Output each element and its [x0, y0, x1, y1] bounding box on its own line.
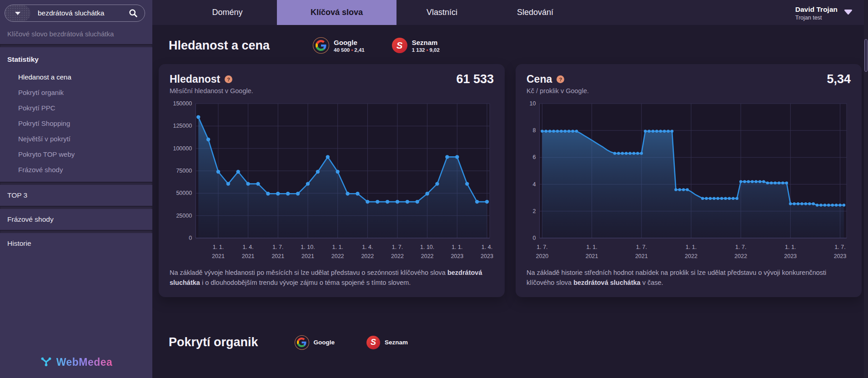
- sidebar-item-top-3[interactable]: TOP 3: [0, 185, 152, 206]
- nav-section-statistiky: Statistiky Hledanost a cena Pokrytí orga…: [0, 47, 152, 182]
- card-footer: Na základě vývoje hledanosti po měsících…: [170, 268, 494, 288]
- svg-text:2023: 2023: [481, 253, 493, 259]
- engine-name-google: Google: [334, 39, 365, 46]
- engine-badge-seznam-small[interactable]: S Seznam: [366, 336, 408, 349]
- svg-text:1. 1.: 1. 1.: [452, 244, 462, 250]
- engine-name-seznam: Seznam: [385, 339, 408, 346]
- page-scrollbar[interactable]: [864, 0, 868, 378]
- sidebar-item-nejvetsi-v-pokryti[interactable]: Největší v pokrytí: [0, 131, 152, 146]
- svg-text:2023: 2023: [784, 253, 797, 259]
- page-head: Hledanost a cena Google 40 500•2,41 S Se…: [169, 35, 862, 56]
- tab-sledovani[interactable]: Sledování: [487, 0, 583, 25]
- svg-text:100000: 100000: [173, 145, 192, 152]
- cena-chart: 02468101. 7.20201. 1.20211. 7.20211. 1.2…: [527, 99, 850, 263]
- sidebar-item-pokryti-ppc[interactable]: Pokrytí PPC: [0, 100, 152, 115]
- engine-stats-seznam: 1 132•9,02: [412, 47, 440, 53]
- svg-text:10: 10: [529, 100, 536, 107]
- sidebar-item-pokryti-organik[interactable]: Pokrytí organik: [0, 85, 152, 100]
- card-value: 5,34: [827, 72, 851, 86]
- card-subtitle: Kč / proklik v Google.: [527, 87, 851, 94]
- svg-text:2022: 2022: [361, 253, 374, 259]
- engine-badge-seznam[interactable]: S Seznam 1 132•9,02: [392, 38, 440, 53]
- svg-text:1. 7.: 1. 7.: [537, 244, 547, 250]
- user-menu[interactable]: David Trojan Trojan test: [795, 0, 853, 25]
- svg-text:2021: 2021: [242, 253, 255, 259]
- sidebar-item-hledanost-a-cena[interactable]: Hledanost a cena: [0, 69, 152, 85]
- sidebar-item-historie[interactable]: Historie: [0, 233, 152, 254]
- nav-header-statistiky: Statistiky: [0, 50, 152, 69]
- svg-text:1. 7.: 1. 7.: [636, 244, 647, 250]
- sidebar-divider: [0, 206, 152, 209]
- svg-text:1. 7.: 1. 7.: [735, 244, 746, 250]
- user-name: David Trojan: [795, 5, 838, 14]
- engine-meta: Google 40 500•2,41: [334, 39, 365, 53]
- sidebar-bottom: Historie WebMedea: [0, 233, 152, 378]
- svg-text:75000: 75000: [176, 168, 192, 174]
- user-workspace: Trojan test: [795, 15, 838, 21]
- keyword-search[interactable]: [5, 5, 145, 22]
- svg-text:4: 4: [532, 181, 536, 188]
- svg-text:2022: 2022: [331, 253, 344, 259]
- svg-text:2022: 2022: [685, 253, 697, 259]
- svg-text:1. 4.: 1. 4.: [242, 244, 253, 250]
- svg-text:1. 1.: 1. 1.: [686, 244, 697, 250]
- scrollbar-thumb[interactable]: [864, 39, 868, 72]
- svg-text:0: 0: [532, 235, 536, 241]
- svg-text:2021: 2021: [271, 253, 284, 259]
- svg-text:2: 2: [532, 208, 536, 214]
- webmedea-logo-icon: [40, 355, 52, 369]
- keyword-context-label: Klíčové slovo bezdrátová sluchátka: [0, 25, 152, 43]
- svg-text:125000: 125000: [173, 123, 192, 129]
- svg-text:1. 1.: 1. 1.: [586, 244, 597, 250]
- svg-text:1. 1.: 1. 1.: [785, 244, 796, 250]
- engine-badge-google[interactable]: Google 40 500•2,41: [313, 37, 365, 54]
- svg-text:1. 1.: 1. 1.: [332, 244, 343, 250]
- svg-text:1. 7.: 1. 7.: [834, 244, 845, 250]
- sidebar-divider: [0, 44, 152, 47]
- engine-stats-google: 40 500•2,41: [334, 47, 365, 53]
- card-head: Cena ? 5,34: [527, 72, 851, 86]
- engine-badge-google-small[interactable]: Google: [295, 335, 335, 350]
- search-icon[interactable]: [129, 9, 138, 18]
- seznam-logo-icon: S: [366, 336, 380, 349]
- search-input[interactable]: [30, 9, 129, 17]
- sidebar-item-frazove-shody[interactable]: Frázové shody: [0, 162, 152, 177]
- svg-text:1. 7.: 1. 7.: [272, 244, 283, 250]
- search-type-dropdown[interactable]: [5, 5, 30, 21]
- card-value: 61 533: [456, 72, 494, 86]
- tab-klicova-slova[interactable]: Klíčová slova: [277, 0, 396, 25]
- svg-text:1. 7.: 1. 7.: [392, 244, 403, 250]
- help-icon[interactable]: ?: [557, 75, 564, 83]
- sidebar-item-pokryti-shopping[interactable]: Pokrytí Shopping: [0, 115, 152, 131]
- stat-cards: Hledanost ? 61 533 Měsíční hledanost v G…: [159, 64, 862, 297]
- engine-meta: Seznam 1 132•9,02: [412, 39, 440, 53]
- svg-text:50000: 50000: [176, 190, 192, 196]
- tab-domeny[interactable]: Domény: [178, 0, 277, 25]
- card-cena: Cena ? 5,34 Kč / proklik v Google. 02468…: [516, 64, 862, 297]
- svg-text:2022: 2022: [391, 253, 404, 259]
- engine-name-google: Google: [314, 339, 335, 346]
- svg-text:2021: 2021: [635, 253, 648, 259]
- sidebar-item-pokryto-top-weby[interactable]: Pokryto TOP weby: [0, 146, 152, 162]
- sidebar-divider: [0, 230, 152, 233]
- webmedea-logo: WebMedea: [0, 355, 152, 378]
- seznam-logo-icon: S: [392, 38, 407, 53]
- page-title: Hledanost a cena: [169, 39, 270, 53]
- svg-text:2020: 2020: [536, 253, 548, 259]
- svg-text:1. 4.: 1. 4.: [362, 244, 373, 250]
- sidebar-item-frazove-shody-2[interactable]: Frázové shody: [0, 209, 152, 230]
- svg-text:6: 6: [532, 154, 536, 160]
- help-icon[interactable]: ?: [225, 75, 232, 83]
- main-area: Domény Klíčová slova Vlastníci Sledování…: [152, 0, 868, 378]
- user-texts: David Trojan Trojan test: [795, 5, 838, 21]
- sidebar-search-area: Klíčové slovo bezdrátová sluchátka: [0, 0, 152, 44]
- google-logo-icon: [295, 335, 309, 350]
- sidebar: Klíčové slovo bezdrátová sluchátka Stati…: [0, 0, 152, 378]
- svg-text:2023: 2023: [834, 253, 847, 259]
- section-pokryti-organik: Pokrytí organik Google S Seznam: [169, 335, 862, 350]
- dot-separator: •: [351, 47, 353, 53]
- svg-text:1. 4.: 1. 4.: [482, 244, 492, 250]
- section-title: Pokrytí organik: [169, 335, 258, 349]
- tab-vlastnici[interactable]: Vlastníci: [396, 0, 487, 25]
- card-subtitle: Měsíční hledanost v Google.: [170, 87, 494, 94]
